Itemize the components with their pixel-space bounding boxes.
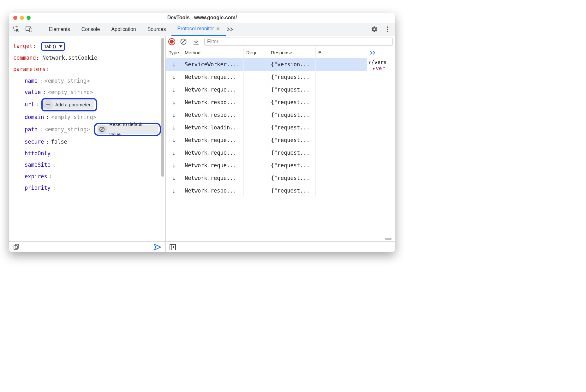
- device-toggle-icon[interactable]: [25, 25, 33, 34]
- traffic-lights: [13, 16, 31, 20]
- log-table-head: Type Method Requ... Response El...: [166, 47, 367, 58]
- table-row[interactable]: ↓ServiceWorker....{"version...: [166, 58, 367, 71]
- tree-row-root[interactable]: ▼ {vers: [368, 59, 394, 65]
- row-request: [244, 146, 268, 159]
- chevron-down-icon: ▼: [368, 60, 371, 65]
- svg-rect-2: [29, 28, 32, 32]
- filter-input[interactable]: [204, 38, 393, 46]
- svg-point-4: [387, 28, 388, 30]
- table-row[interactable]: ↓Network.reque...{"request...: [166, 71, 367, 83]
- add-parameter-highlight: Add a parameter: [41, 98, 97, 111]
- svg-point-5: [387, 31, 388, 32]
- download-icon[interactable]: [192, 37, 200, 46]
- row-elapsed: [316, 96, 330, 109]
- reset-default-button[interactable]: Reset to default value: [97, 125, 158, 134]
- main-content: target: Tab () command: Network.setCooki…: [9, 36, 395, 252]
- row-request: [244, 134, 268, 146]
- table-row[interactable]: ↓Network.respo...{"request...: [166, 109, 367, 121]
- param-value-value[interactable]: <empty_string>: [48, 86, 93, 98]
- param-secure-value[interactable]: false: [51, 136, 67, 148]
- tab-console[interactable]: Console: [76, 23, 106, 36]
- traffic-minimize[interactable]: [20, 16, 24, 20]
- inspect-element-icon[interactable]: [12, 25, 21, 34]
- traffic-close[interactable]: [13, 16, 17, 20]
- side-tree-body[interactable]: ▼ {vers ▶ ver: [367, 58, 395, 236]
- row-type: ↓: [166, 146, 182, 159]
- send-icon[interactable]: [153, 243, 162, 252]
- row-response: {"request...: [268, 159, 316, 172]
- row-elapsed: [316, 121, 330, 134]
- editor-scrollbar[interactable]: [160, 36, 165, 241]
- row-method: Network.respo...: [182, 184, 244, 197]
- kebab-menu-icon[interactable]: [383, 25, 392, 34]
- copy-icon[interactable]: [12, 243, 21, 252]
- row-type: ↓: [166, 58, 182, 71]
- add-parameter-button[interactable]: Add a parameter: [43, 100, 94, 110]
- col-method[interactable]: Method: [182, 47, 244, 58]
- param-path-value[interactable]: <empty_string>: [45, 124, 90, 135]
- tab-application[interactable]: Application: [105, 23, 141, 36]
- row-method: Network.reque...: [182, 83, 244, 96]
- param-priority: priority: [25, 182, 51, 194]
- row-response: {"request...: [268, 121, 316, 134]
- gear-icon[interactable]: [370, 25, 379, 34]
- table-row[interactable]: ↓Network.reque...{"request...: [166, 83, 367, 96]
- log-table-body[interactable]: ↓ServiceWorker....{"version...↓Network.r…: [166, 58, 367, 241]
- more-panels-icon[interactable]: [368, 48, 377, 57]
- svg-point-3: [387, 26, 388, 27]
- col-elapsed[interactable]: El...: [316, 47, 330, 58]
- more-tabs-icon[interactable]: [226, 25, 235, 34]
- row-type: ↓: [166, 134, 182, 146]
- clear-log-icon[interactable]: [179, 37, 188, 46]
- row-request: [244, 172, 268, 184]
- target-select[interactable]: Tab (): [41, 42, 65, 51]
- col-response[interactable]: Response: [268, 47, 316, 58]
- scrollbar-thumb[interactable]: [161, 38, 164, 177]
- table-row[interactable]: ↓Network.respo...{"request...: [166, 96, 367, 109]
- row-method: ServiceWorker....: [182, 58, 244, 71]
- param-name-value[interactable]: <empty_string>: [45, 75, 90, 87]
- row-method: Network.loadin...: [182, 121, 244, 134]
- table-row[interactable]: ↓Network.reque...{"request...: [166, 146, 367, 159]
- tab-protocol-monitor[interactable]: Protocol monitor ✕: [171, 23, 226, 36]
- clear-icon: [98, 125, 107, 134]
- table-row[interactable]: ↓Network.loadin...{"request...: [166, 121, 367, 134]
- command-editor[interactable]: target: Tab () command: Network.setCooki…: [9, 36, 165, 241]
- toggle-sidepanel-icon[interactable]: [168, 243, 177, 252]
- side-tree: ▼ {vers ▶ ver: [367, 47, 395, 241]
- close-icon[interactable]: ✕: [216, 26, 220, 32]
- row-type: ↓: [166, 96, 182, 109]
- tabbar-left: [12, 25, 43, 34]
- tree-row-child[interactable]: ▶ ver: [368, 65, 394, 71]
- row-elapsed: [316, 146, 330, 159]
- row-request: [244, 184, 268, 197]
- arrow-down-icon: ↓: [172, 73, 176, 81]
- param-httponly: httpOnly: [25, 148, 51, 159]
- parameters-key: parameters: [13, 66, 45, 72]
- table-row[interactable]: ↓Network.reque...{"request...: [166, 172, 367, 184]
- arrow-down-icon: ↓: [172, 111, 176, 119]
- row-response: {"version...: [268, 58, 316, 71]
- table-row[interactable]: ↓Network.respo...{"request...: [166, 184, 367, 197]
- row-type: ↓: [166, 71, 182, 83]
- arrow-down-icon: ↓: [172, 136, 176, 144]
- param-domain-value[interactable]: <empty_string>: [51, 111, 96, 123]
- record-button[interactable]: [168, 38, 175, 45]
- plus-icon: [43, 100, 53, 110]
- row-method: Network.respo...: [182, 96, 244, 109]
- table-row[interactable]: ↓Network.reque...{"request...: [166, 134, 367, 146]
- col-request[interactable]: Requ...: [244, 47, 268, 58]
- row-method: Network.reque...: [182, 134, 244, 146]
- param-path: path: [25, 124, 38, 135]
- add-parameter-label: Add a parameter: [55, 100, 91, 110]
- row-elapsed: [316, 172, 330, 184]
- col-type[interactable]: Type: [166, 47, 182, 58]
- table-row[interactable]: ↓Network.reque...{"request...: [166, 159, 367, 172]
- horizontal-scrollbar[interactable]: [367, 236, 395, 241]
- row-type: ↓: [166, 109, 182, 121]
- param-samesite: sameSite: [25, 159, 51, 171]
- traffic-zoom[interactable]: [27, 16, 31, 20]
- tab-elements[interactable]: Elements: [43, 23, 76, 36]
- row-request: [244, 58, 268, 71]
- tab-sources[interactable]: Sources: [142, 23, 172, 36]
